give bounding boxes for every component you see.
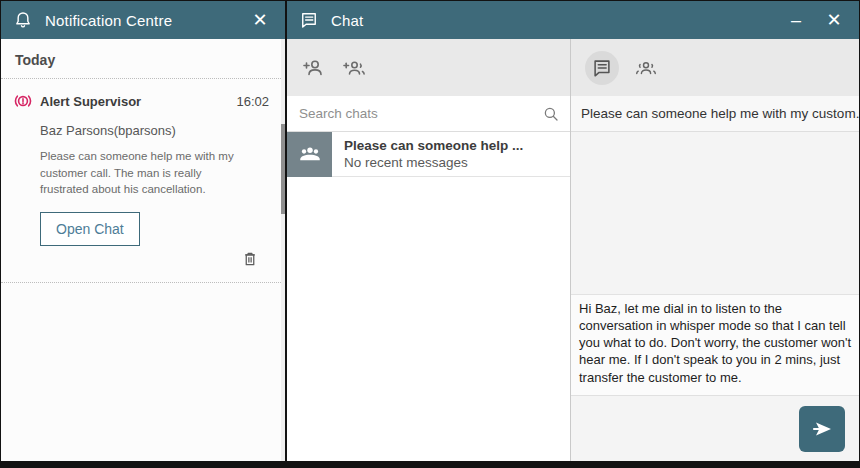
conversation-tabbar: [571, 39, 859, 96]
chat-item-subtitle: No recent messages: [344, 155, 523, 170]
group-avatar: [287, 132, 332, 177]
notification-body: Please can someone help me with my custo…: [40, 148, 242, 198]
add-group-icon[interactable]: [341, 56, 367, 80]
search-icon[interactable]: [542, 105, 560, 123]
chat-window-title: Chat: [331, 12, 364, 29]
divider: [1, 282, 285, 283]
notification-title: Alert Supervisor: [40, 94, 229, 109]
bell-icon: [13, 10, 33, 30]
notification-titlebar: Notification Centre ✕: [1, 1, 285, 39]
minimize-icon[interactable]: –: [783, 7, 809, 33]
chat-body: Please can someone help ... No recent me…: [287, 39, 859, 461]
notification-item-header: Alert Supervisor 16:02: [13, 91, 269, 111]
tab-participants[interactable]: [629, 51, 663, 85]
chat-list-item[interactable]: Please can someone help ... No recent me…: [287, 132, 570, 177]
notification-list: Today Alert Supervisor 16:02: [1, 39, 285, 461]
chat-list: Please can someone help ... No recent me…: [287, 132, 570, 461]
chat-item-texts: Please can someone help ... No recent me…: [344, 138, 523, 170]
chat-window: Chat – ✕: [287, 1, 859, 461]
add-contact-icon[interactable]: [301, 56, 325, 80]
conversation-pane: Please can someone help me with my custo…: [571, 39, 859, 461]
search-chats-input[interactable]: [293, 106, 542, 121]
search-bar: [287, 96, 570, 132]
notification-sender: Baz Parsons(bparsons): [40, 123, 269, 138]
close-icon[interactable]: ✕: [247, 7, 273, 33]
close-icon[interactable]: ✕: [821, 7, 847, 33]
desktop: Notification Centre ✕ Today: [0, 0, 860, 468]
compose-area: Hi Baz, let me dial in to listen to the …: [571, 294, 859, 395]
send-icon: [810, 417, 834, 441]
message-history[interactable]: [571, 132, 859, 294]
chat-titlebar: Chat – ✕: [287, 1, 859, 39]
send-button[interactable]: [799, 406, 845, 452]
notification-item: Alert Supervisor 16:02 Baz Parsons(bpars…: [1, 79, 285, 282]
chat-list-pane: Please can someone help ... No recent me…: [287, 39, 571, 461]
tab-chat[interactable]: [585, 51, 619, 85]
notification-actions: [13, 246, 269, 274]
notification-section-header: Today: [1, 39, 285, 78]
open-chat-button[interactable]: Open Chat: [40, 212, 140, 246]
delete-notification-icon[interactable]: [241, 250, 259, 268]
scrollbar[interactable]: [281, 39, 285, 461]
chat-bubble-icon: [299, 10, 319, 30]
chat-list-toolbar: [287, 39, 570, 96]
notification-window-title: Notification Centre: [45, 12, 172, 29]
send-row: [571, 395, 859, 461]
notification-centre-window: Notification Centre ✕ Today: [1, 1, 285, 461]
conversation-title: Please can someone help me with my custo…: [571, 96, 859, 132]
alert-supervisor-icon: [13, 91, 33, 111]
chat-item-title: Please can someone help ...: [344, 138, 523, 153]
scrollbar-thumb[interactable]: [281, 124, 285, 214]
message-input[interactable]: Hi Baz, let me dial in to listen to the …: [571, 295, 859, 395]
notification-time: 16:02: [236, 94, 269, 109]
